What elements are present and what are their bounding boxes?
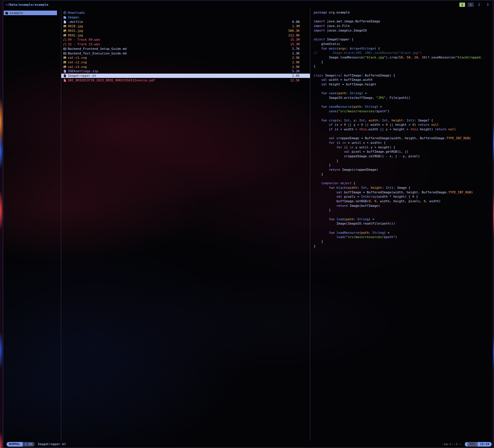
code-line: Image.loadResource("black.jpg").crop(50,… <box>314 56 493 60</box>
file-row[interactable]: cal-c1.svg2.9K <box>61 56 310 60</box>
code-line <box>314 69 493 74</box>
file-row[interactable]: 0028.jpg1.3M <box>61 24 310 29</box>
code-line <box>314 15 493 20</box>
code-line: fun save(path: String) = <box>314 91 493 96</box>
sidebar-item-example[interactable]: example <box>4 11 57 15</box>
image-icon <box>63 24 68 28</box>
pdf-icon <box>63 78 68 82</box>
code-line: return Image(buffImage) <box>314 204 493 209</box>
file-name: 15 - Track 15.wav <box>68 42 290 46</box>
image-icon <box>63 34 68 37</box>
audio-icon <box>63 42 68 46</box>
tab-3[interactable]: 3 <box>485 3 491 7</box>
code-line: } <box>314 244 493 249</box>
markdown-icon <box>63 47 68 51</box>
file-size: 5.2K <box>292 69 310 73</box>
file-size: 0.0B <box>292 20 310 24</box>
panes: example DownloadsImages.dotfile0.0B0028.… <box>3 9 493 441</box>
wallpaper-left-edge <box>0 0 3 448</box>
task-count-badge: 1 <box>459 3 465 7</box>
file-size: 2.9K <box>292 65 310 69</box>
code-line: val height = buffImage.height <box>314 82 493 87</box>
file-row[interactable]: Backend_Frontend_Setup_Guide.md1.7K <box>61 47 310 51</box>
file-row[interactable]: cal-c2.svg2.9K <box>61 60 310 65</box>
file-row[interactable]: SBI_0032013739_2023_DE05_0003155631Invoi… <box>61 78 310 82</box>
code-line <box>314 87 493 92</box>
audio-icon <box>63 38 68 42</box>
code-line: fun crop(x: Int, y: Int, width: Int, hei… <box>314 119 493 123</box>
code-line: import java.awt.image.BufferedImage <box>314 19 493 24</box>
code-line: } <box>314 64 493 69</box>
code-line: return Image(croppedImage) <box>314 168 493 172</box>
image-icon <box>63 60 68 64</box>
file-row[interactable]: Backend_Test_Execution_Guide.md1.3K <box>61 51 310 56</box>
file-row[interactable]: Images <box>61 15 310 20</box>
code-line: } <box>314 163 493 168</box>
code-line <box>314 33 493 38</box>
code-line <box>314 213 493 217</box>
code-line: object ImageCropper { <box>314 38 493 42</box>
file-name: 09 - Track 09.wav <box>68 38 290 42</box>
file-icon <box>63 20 68 24</box>
status-bar: NORMAL 1.6K ImageCropper.kt -rw-r--r-- 9… <box>3 441 493 448</box>
kotlin-icon <box>63 74 68 78</box>
code-line: for (j in y until y + height) { <box>314 146 493 150</box>
code-line <box>314 226 493 231</box>
position-pill: 93% 15/16 <box>465 442 492 447</box>
status-filename: ImageCropper.kt <box>37 442 66 446</box>
code-line <box>314 114 493 119</box>
file-row[interactable]: 0031.jpg586.3K <box>61 29 310 33</box>
code-line: fun saveResource(path: String) = <box>314 105 493 109</box>
file-name: cal-c3.svg <box>68 65 292 69</box>
mode-pill: NORMAL 1.6K <box>7 442 35 447</box>
file-size: 12.5K <box>290 78 310 82</box>
file-name: cal-c1.svg <box>68 56 292 60</box>
header-bar: ~/Data/example/example 1 1 2 3 <box>3 0 493 9</box>
tab-bar: 1 1 2 3 <box>459 3 491 7</box>
code-line: for (i in x until x + width) { <box>314 141 493 146</box>
file-name: Backend_Test_Execution_Guide.md <box>68 52 292 55</box>
yazi-file-manager-window: ~/Data/example/example 1 1 2 3 example D… <box>3 0 493 448</box>
file-row[interactable]: .dotfile0.0B <box>61 19 310 24</box>
file-row[interactable]: Downloads <box>61 11 310 15</box>
code-line: load("src/main/resources/$path") <box>314 235 493 240</box>
file-size: 212.9K <box>288 34 310 37</box>
code-line <box>314 177 493 181</box>
file-size: 15.3M <box>290 42 310 46</box>
folder-icon <box>5 11 10 15</box>
file-size: 586.3K <box>288 29 310 33</box>
code-line: if (x + width > this.width || y + height… <box>314 127 493 132</box>
code-line: } <box>314 240 493 244</box>
file-size: 2.9K <box>292 56 310 60</box>
code-line <box>314 101 493 105</box>
file-row[interactable]: 0042.jpg212.9K <box>61 33 310 38</box>
file-row[interactable]: IDEAsettings.zip5.2K <box>61 69 310 74</box>
markdown-icon <box>63 52 68 55</box>
file-name: .dotfile <box>68 20 292 24</box>
pill-cap <box>465 442 467 447</box>
image-icon <box>63 29 68 33</box>
code-line: import javax.imageio.ImageIO <box>314 29 493 33</box>
code-line: Image(ImageIO.read(File(path))) <box>314 222 493 226</box>
tab-2[interactable]: 2 <box>476 3 482 7</box>
download-icon <box>63 11 68 15</box>
file-row[interactable]: ImageCropper.kt1.6K <box>61 74 310 78</box>
file-row[interactable]: 15 - Track 15.wav15.3M <box>61 42 310 47</box>
file-size-indicator: 1.6K <box>23 442 35 447</box>
tab-1[interactable]: 1 <box>468 3 474 7</box>
code-line: fun black(width: Int, height: Int): Imag… <box>314 186 493 190</box>
parent-pane: example <box>3 9 61 441</box>
file-size: 1.3K <box>292 52 310 55</box>
code-line: fun loadResource(path: String) = <box>314 231 493 235</box>
scroll-percent: 93% <box>467 442 478 447</box>
code-line: buffImage.setRGB(0, 0, width, height, pi… <box>314 199 493 204</box>
code-preview: package org.example import java.awt.imag… <box>314 11 493 249</box>
preview-pane: package org.example import java.awt.imag… <box>310 9 493 441</box>
file-name: 0042.jpg <box>68 34 288 37</box>
cursor-position: 15/16 <box>478 442 492 447</box>
file-row[interactable]: 09 - Track 09.wav15.3M <box>61 38 310 42</box>
code-line: @JvmStatic <box>314 42 493 47</box>
file-size: 1.7K <box>292 47 310 51</box>
file-row[interactable]: cal-c3.svg2.9K <box>61 64 310 69</box>
code-line: import java.io.File <box>314 24 493 29</box>
